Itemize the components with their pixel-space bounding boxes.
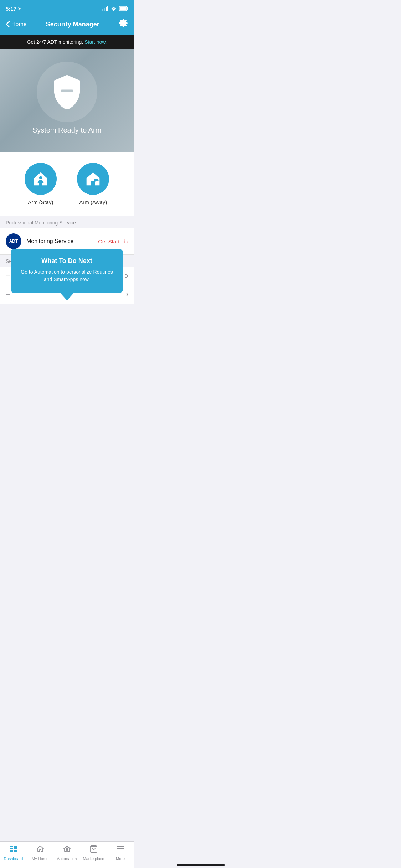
tooltip-title: What To Do Next <box>21 257 113 265</box>
svg-rect-3 <box>107 6 108 11</box>
arm-stay-button[interactable]: Arm (Stay) <box>25 163 57 205</box>
adt-logo: ADT <box>6 233 21 249</box>
professional-monitoring-header: Professional Monitoring Service <box>0 216 134 228</box>
get-started-label: Get Started <box>98 238 125 244</box>
arm-stay-icon <box>32 170 50 188</box>
arm-away-circle <box>77 163 109 195</box>
wifi-icon <box>110 6 117 11</box>
back-chevron-icon <box>6 21 10 27</box>
signal-icon <box>102 6 108 11</box>
status-time: 5:17 ➤ <box>6 6 21 12</box>
adt-banner-text: Get 24/7 ADT monitoring. <box>27 39 83 45</box>
device-status-1: D <box>125 273 128 279</box>
adt-start-link[interactable]: Start now. <box>84 39 107 45</box>
device-expand-icon: ⊣ <box>6 273 11 279</box>
shield-bg-circle <box>37 62 97 122</box>
svg-rect-6 <box>120 7 126 10</box>
professional-monitoring-label: Professional Monitoring Service <box>6 220 76 226</box>
svg-rect-1 <box>104 8 105 11</box>
time-display: 5:17 <box>6 6 16 12</box>
arm-stay-label: Arm (Stay) <box>28 199 53 205</box>
adt-banner: Get 24/7 ADT monitoring. Start now. <box>0 35 134 49</box>
shield-container <box>38 63 96 120</box>
settings-button[interactable] <box>119 19 128 30</box>
gear-icon <box>119 19 128 28</box>
device-status-2: D <box>125 292 128 297</box>
device-expand-icon-2: ⊣ <box>6 291 11 298</box>
location-arrow-icon: ➤ <box>18 6 21 11</box>
svg-rect-5 <box>127 7 128 10</box>
arm-away-label: Arm (Away) <box>79 199 107 205</box>
chevron-right-icon: › <box>126 238 128 244</box>
nav-header: Home Security Manager <box>0 16 134 35</box>
security-panel: System Ready to Arm <box>0 49 134 152</box>
what-to-do-next-tooltip[interactable]: What To Do Next Go to Automation to pers… <box>11 249 123 293</box>
status-icons <box>102 6 128 11</box>
arm-section: Arm (Stay) Arm (Away) <box>0 152 134 216</box>
system-status-text: System Ready to Arm <box>32 126 101 134</box>
arm-stay-circle <box>25 163 57 195</box>
back-button[interactable]: Home <box>6 21 27 27</box>
page-title: Security Manager <box>46 21 99 28</box>
tooltip-body: Go to Automation to personalize Routines… <box>21 268 113 283</box>
adt-logo-text: ADT <box>9 239 18 244</box>
arm-away-button[interactable]: Arm (Away) <box>77 163 109 205</box>
battery-icon <box>119 6 128 11</box>
svg-rect-2 <box>106 7 107 11</box>
svg-rect-0 <box>102 9 103 11</box>
monitoring-service-label: Monitoring Service <box>26 238 93 244</box>
status-bar: 5:17 ➤ <box>0 0 134 16</box>
arm-away-icon <box>84 170 102 188</box>
back-label: Home <box>11 21 27 27</box>
get-started-button[interactable]: Get Started › <box>98 238 128 244</box>
svg-point-8 <box>39 176 42 179</box>
